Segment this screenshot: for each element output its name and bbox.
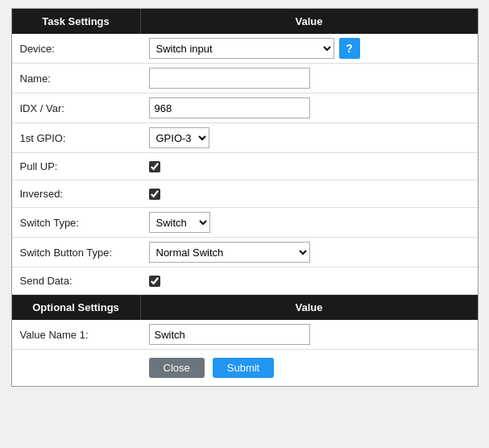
idx-value-cell — [141, 93, 478, 122]
device-label: Device: — [12, 38, 141, 60]
name-input[interactable] — [149, 68, 310, 89]
send-data-row: Send Data: — [12, 268, 478, 295]
inversed-label: Inversed: — [12, 183, 141, 205]
switch-button-type-select[interactable]: Normal Switch Push Button Active Low Pus… — [149, 242, 310, 263]
value-name-1-row: Value Name 1: — [12, 320, 478, 350]
optional-value-header-label: Value — [141, 295, 478, 320]
optional-settings-header: Optional Settings Value — [12, 295, 478, 320]
help-button[interactable]: ? — [339, 38, 360, 59]
switch-button-type-label: Switch Button Type: — [12, 242, 141, 263]
idx-label: IDX / Var: — [12, 97, 141, 119]
inversed-row: Inversed: — [12, 180, 478, 208]
value-header-label: Value — [141, 9, 478, 34]
optional-settings-label: Optional Settings — [12, 295, 141, 320]
device-input-group: Switch input DHT11 Dallas 1820 Other ? — [149, 38, 360, 59]
switch-type-select[interactable]: Switch Dimmer Other — [149, 212, 210, 233]
switch-type-row: Switch Type: Switch Dimmer Other — [12, 208, 478, 238]
buttons-row: Close Submit — [12, 350, 478, 386]
inversed-value-cell — [141, 185, 478, 204]
value-name-1-value-cell — [141, 320, 478, 349]
pullup-row: Pull UP: — [12, 153, 478, 180]
device-select[interactable]: Switch input DHT11 Dallas 1820 Other — [149, 38, 334, 59]
pullup-checkbox[interactable] — [149, 161, 160, 172]
name-label: Name: — [12, 68, 141, 89]
buttons-value-cell: Close Submit — [141, 350, 478, 386]
switch-type-value-cell: Switch Dimmer Other — [141, 208, 478, 237]
submit-button[interactable]: Submit — [213, 358, 274, 378]
pullup-value-cell — [141, 157, 478, 176]
task-settings-header: Task Settings Value — [12, 9, 478, 34]
switch-type-label: Switch Type: — [12, 212, 141, 234]
task-settings-label: Task Settings — [12, 9, 141, 34]
send-data-checkbox[interactable] — [149, 276, 160, 287]
value-name-1-input[interactable] — [149, 324, 310, 345]
main-container: Task Settings Value Device: Switch input… — [11, 8, 479, 387]
switch-button-type-value-cell: Normal Switch Push Button Active Low Pus… — [141, 238, 478, 267]
idx-input[interactable] — [149, 97, 310, 118]
pullup-label: Pull UP: — [12, 156, 141, 177]
gpio-select[interactable]: GPIO-1 GPIO-2 GPIO-3 GPIO-4 GPIO-5 — [149, 127, 209, 148]
device-value-cell: Switch input DHT11 Dallas 1820 Other ? — [141, 34, 478, 63]
value-name-1-label: Value Name 1: — [12, 324, 141, 346]
gpio-value-cell: GPIO-1 GPIO-2 GPIO-3 GPIO-4 GPIO-5 — [141, 123, 478, 152]
close-button[interactable]: Close — [149, 358, 205, 378]
send-data-label: Send Data: — [12, 270, 141, 292]
buttons-label-empty — [12, 363, 141, 373]
name-row: Name: — [12, 64, 478, 93]
device-row: Device: Switch input DHT11 Dallas 1820 O… — [12, 34, 478, 64]
name-value-cell — [141, 64, 478, 93]
inversed-checkbox[interactable] — [149, 189, 160, 200]
send-data-value-cell — [141, 272, 478, 291]
switch-button-type-row: Switch Button Type: Normal Switch Push B… — [12, 238, 478, 268]
idx-row: IDX / Var: — [12, 93, 478, 123]
gpio-row: 1st GPIO: GPIO-1 GPIO-2 GPIO-3 GPIO-4 GP… — [12, 123, 478, 153]
gpio-label: 1st GPIO: — [12, 127, 141, 149]
